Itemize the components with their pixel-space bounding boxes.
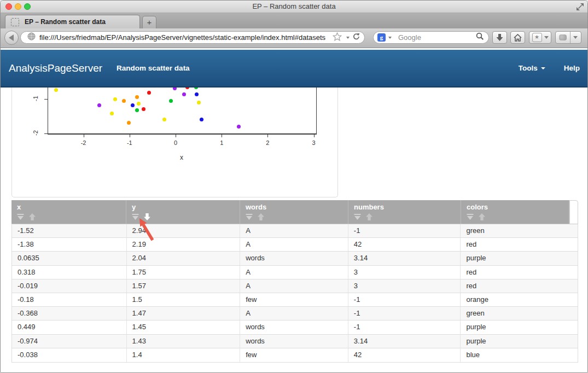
- table-cell: purple: [461, 252, 578, 265]
- addon-segment[interactable]: [556, 32, 570, 43]
- scatter-point: [195, 92, 199, 96]
- search-input[interactable]: Google: [398, 33, 476, 42]
- column-header-words[interactable]: words: [240, 200, 348, 224]
- addons-button[interactable]: [555, 31, 581, 44]
- table-cell: 1.57: [127, 279, 241, 293]
- table-cell: A: [240, 266, 348, 279]
- column-header-colors[interactable]: colors: [461, 200, 569, 224]
- fullscreen-icon[interactable]: [577, 3, 584, 13]
- table-cell: 3.14: [348, 252, 461, 265]
- table-cell: 3.14: [348, 335, 461, 348]
- home-button[interactable]: [510, 31, 525, 44]
- table-cell: 0.0635: [12, 252, 127, 265]
- url-dropdown-icon[interactable]: [346, 37, 350, 39]
- x-tick-label: -2: [75, 139, 92, 146]
- scatter-point: [131, 103, 135, 107]
- table-header-row: xywordsnumberscolors: [11, 200, 578, 224]
- table-cell: -1: [348, 293, 461, 306]
- table-cell: -0.368: [12, 307, 127, 320]
- table-cell: few: [240, 348, 348, 362]
- filter-icon[interactable]: [17, 213, 24, 223]
- table-cell: -1: [348, 307, 461, 320]
- navbar-page-title: Random scatter data: [117, 64, 190, 72]
- table-cell: 1.4: [127, 348, 241, 362]
- table-cell: 1.43: [127, 335, 241, 348]
- sort-ascending-icon[interactable]: [479, 213, 485, 223]
- table-cell: A: [240, 307, 348, 320]
- data-table: xywordsnumberscolors -1.522.94A-1green-1…: [11, 200, 578, 363]
- sort-ascending-icon[interactable]: [366, 213, 372, 223]
- bookmark-star-icon[interactable]: [333, 32, 342, 43]
- table-scrollbar-gutter[interactable]: [569, 200, 578, 224]
- app-tab-placeholder-icon[interactable]: [11, 18, 19, 26]
- tools-label: Tools: [519, 64, 538, 72]
- scatter-point: [127, 121, 131, 125]
- table-row: -0.9741.43words3.14purple: [12, 335, 578, 348]
- new-tab-button[interactable]: +: [142, 16, 156, 28]
- window-title: EP – Random scatter data: [1, 1, 587, 13]
- search-icon[interactable]: [476, 32, 484, 43]
- table-cell: 1.47: [127, 307, 241, 320]
- column-label: numbers: [354, 203, 461, 211]
- tools-menu[interactable]: Tools: [519, 64, 545, 72]
- scatter-point: [182, 92, 186, 96]
- table-cell: -0.019: [12, 279, 127, 293]
- download-icon: [496, 34, 503, 42]
- url-text[interactable]: file:///Users/friedmab/EP/AnalysisPageSe…: [39, 33, 331, 42]
- reload-icon[interactable]: [352, 33, 360, 43]
- red-arrow-annotation: [134, 217, 160, 243]
- table-row: -0.0191.57A3red: [12, 279, 578, 293]
- tools-caret-icon: [541, 67, 545, 69]
- y-tick-mark: [44, 133, 48, 134]
- x-tick-label: -1: [121, 139, 138, 146]
- filter-icon[interactable]: [246, 213, 253, 223]
- x-tick-label: 0: [167, 139, 184, 146]
- search-field[interactable]: g Google: [373, 31, 489, 44]
- table-cell: red: [461, 238, 578, 251]
- column-label: words: [246, 203, 348, 211]
- scatter-plot-card: -2-10123 -1-2 x: [11, 88, 338, 197]
- help-menu[interactable]: Help: [564, 64, 580, 72]
- scatter-point: [110, 112, 114, 115]
- y-tick-mark: [44, 99, 48, 100]
- table-cell: purple: [461, 320, 578, 334]
- app-navbar: AnalysisPageServer Random scatter data T…: [1, 50, 587, 88]
- bookmarks-dropdown-icon: [544, 36, 549, 39]
- table-cell: A: [240, 224, 348, 237]
- table-cell: -0.18: [12, 293, 127, 306]
- google-engine-icon[interactable]: g: [377, 33, 386, 42]
- x-tick-mark: [267, 134, 268, 137]
- column-header-x[interactable]: x: [11, 200, 126, 224]
- column-label: colors: [467, 203, 569, 211]
- url-field[interactable]: file:///Users/friedmab/EP/AnalysisPageSe…: [20, 31, 365, 44]
- column-header-numbers[interactable]: numbers: [348, 200, 461, 224]
- addons-dropdown-segment[interactable]: [570, 32, 581, 43]
- search-engine-dropdown-icon[interactable]: [388, 37, 392, 39]
- table-cell: 0.318: [12, 266, 127, 279]
- table-cell: -0.974: [12, 335, 127, 348]
- browser-window: EP – Random scatter data EP – Random sca…: [0, 0, 588, 373]
- table-cell: words: [240, 252, 348, 265]
- filter-icon[interactable]: [467, 213, 474, 223]
- x-tick-mark: [314, 134, 315, 137]
- scatter-point: [113, 97, 117, 101]
- table-row: -1.382.19A42red: [12, 238, 578, 252]
- table-cell: few: [240, 293, 348, 306]
- scatter-point: [142, 107, 145, 111]
- filter-icon[interactable]: [354, 213, 361, 223]
- addon-icon: [559, 34, 567, 40]
- sort-ascending-icon[interactable]: [258, 213, 264, 223]
- tab-ep-random-scatter-data[interactable]: EP – Random scatter data: [5, 15, 140, 28]
- sort-ascending-icon[interactable]: [29, 213, 36, 223]
- back-button[interactable]: [4, 31, 19, 45]
- table-cell: 1.45: [127, 320, 241, 334]
- bookmarks-button[interactable]: ★: [529, 31, 551, 44]
- download-button[interactable]: [492, 31, 507, 44]
- scatter-point: [135, 95, 139, 99]
- table-row: -0.181.5few-1orange: [12, 293, 578, 307]
- y-tick-label: -2: [32, 125, 39, 141]
- table-row: 0.4491.45words-1purple: [12, 320, 578, 334]
- brand-link[interactable]: AnalysisPageServer: [9, 62, 102, 74]
- table-cell: 2.04: [127, 252, 241, 265]
- table-cell: -1: [348, 320, 461, 334]
